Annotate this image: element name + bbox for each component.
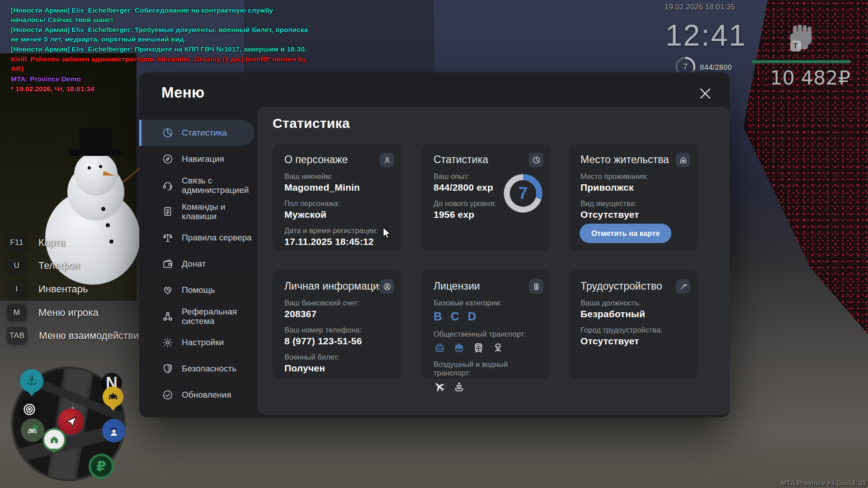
user-circle-icon [383,282,392,291]
key-badge: I [7,280,27,298]
ship-icon [453,380,465,393]
scales-icon [162,232,174,244]
hud-datetime: 19.02.2026 18:01:35 [655,3,745,12]
pie-chart-icon [162,127,174,139]
check-circle-icon [162,389,174,401]
keybind-inventory: I Инвентарь [7,280,88,298]
menu-title: Меню [161,84,205,101]
keybind-interaction-menu: TAB Меню взаимодействия [7,327,144,345]
trolleybus-icon [434,342,446,354]
network-icon [162,310,174,322]
sidebar-item-settings[interactable]: Настройки [139,329,258,356]
game-screen: [Новости Армия] Elis_Eichelberger: Собес… [0,0,868,488]
ruble-marker: ₽ [89,454,114,479]
plane-icon [434,380,446,393]
driver-cap-icon [492,342,504,354]
mouse-cursor [382,227,392,239]
chat-message: [Новости Армия] Elis_Eichelberger: Прихо… [11,44,308,54]
close-icon[interactable] [698,87,712,100]
keybind-phone: U Телефон [7,257,80,275]
sidebar-item-commands[interactable]: Команды и клавиши [139,198,258,225]
public-transport-licenses [434,342,539,354]
shield-icon [162,363,174,375]
compass-icon [162,153,174,165]
card-statistics: Статистика Ваш опыт: 844/2800 exp До нов… [422,144,551,251]
menu-sidebar: Статистика Навигация Связь с администрац… [139,120,258,408]
key-badge: F11 [7,234,27,252]
sidebar-item-rules[interactable]: Правила сервера [139,225,258,251]
anchor-icon: ⚓ [26,375,37,387]
card-licenses: Лицензии Базовые категории: B C D Общест… [422,270,551,379]
tram-icon [453,342,465,354]
sidebar-item-referral[interactable]: Реферальная система [139,303,258,329]
ruble-icon: ₽ [96,459,106,474]
headset-icon [162,179,174,191]
pickaxe-icon [679,282,688,291]
home-icon [48,434,60,446]
wallet-icon [162,258,174,270]
home-marker [42,428,66,451]
key-badge: U [7,257,27,275]
chat-message: Kirill_Pshenov забанен администратором A… [11,54,308,73]
document-list-icon [162,206,174,217]
money-progress-bar [752,60,850,63]
air-water-licenses [434,380,539,393]
sidebar-item-navigation[interactable]: Навигация [139,146,258,172]
police-officer-icon [107,423,121,438]
player-arrow-icon [63,414,79,429]
money-amount: 10 482₽ [715,66,850,89]
key-badge: M [7,304,27,322]
mark-on-map-button[interactable]: Отметить на карте [580,224,671,243]
card-personal-info: Личная информация Ваш банковский счет: 2… [273,270,401,379]
page-title: Статистика [273,116,350,131]
police-marker [102,419,126,442]
taxi-icon [107,391,119,403]
sidebar-item-updates[interactable]: Обновления [139,382,258,408]
snowman-hat [80,127,112,151]
license-categories: B C D [434,310,539,324]
car-rent-marker [21,418,44,442]
server-build-label: MTA Province #1 (build: 1) [781,479,865,487]
level-value: 7 [502,173,544,214]
sidebar-item-help[interactable]: Помощь [139,277,258,303]
car-clock-icon [26,423,39,437]
person-icon [383,156,392,164]
heart-hands-icon [162,284,174,296]
sidebar-item-admin-contact[interactable]: Связь с администрацией [139,172,258,198]
target-marker [18,398,41,421]
menu-content: Статистика О персонаже Ваш никнейм: Mago… [258,107,730,415]
keybind-map: F11 Карта [7,234,65,252]
chat-message: [Новости Армия] Elis_Eichelberger: Требу… [11,25,308,44]
anchor-marker: ⚓ [20,369,43,393]
level-progress-ring: 7 [502,173,544,214]
t-logo-badge: T [790,41,801,52]
id-card-icon [532,282,541,291]
card-residence: Место жительства Место проживания: Приво… [569,144,698,251]
menu-panel: Меню Статистика Навигация Связь с админи… [139,72,730,418]
card-employment: Трудоустройство Ваша должность: Безработ… [569,270,698,379]
chat-message: [Новости Армия] Elis_Eichelberger: Собес… [11,5,308,24]
pie-chart-icon [532,156,541,164]
train-icon [472,342,485,354]
target-icon [22,402,37,417]
hud-clock: 12:41 [656,18,756,52]
gear-icon [162,337,174,348]
snowman-hat-brim [70,150,121,156]
key-badge: TAB [7,327,27,345]
keybind-player-menu: M Меню игрока [7,304,99,322]
taxi-marker [103,386,123,407]
minimap: ⚓ N [13,369,123,479]
sidebar-item-security[interactable]: Безопасность [139,356,258,382]
sidebar-item-donate[interactable]: Донат [139,251,258,277]
house-icon [679,156,688,164]
sidebar-item-statistics[interactable]: Статистика [139,120,255,146]
